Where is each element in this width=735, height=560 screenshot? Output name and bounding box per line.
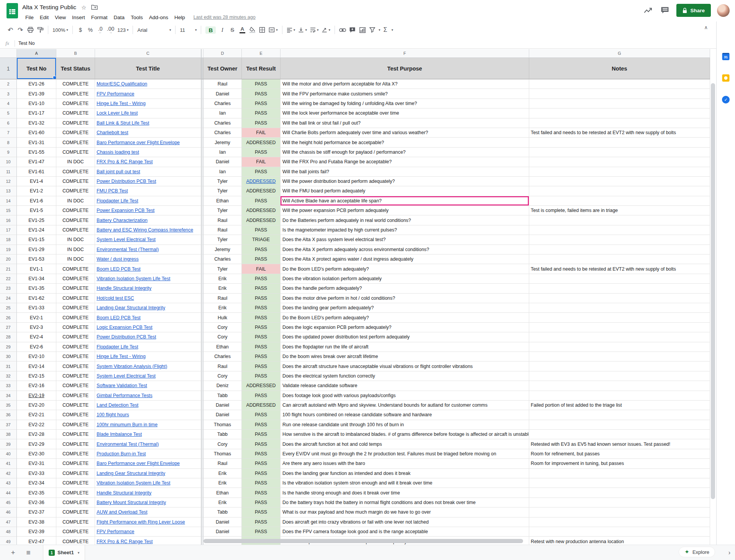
cell-test-status[interactable]: COMPLETE — [56, 177, 95, 186]
undo-button[interactable]: ↶ — [5, 25, 15, 35]
cell-test-status[interactable]: COMPLETE — [56, 430, 95, 439]
expand-side-panel-icon[interactable]: › — [728, 549, 730, 556]
cell-test-result[interactable]: PASS — [242, 99, 281, 108]
cell-test-no[interactable]: EV1-6 — [17, 196, 56, 206]
increase-decimal-button[interactable]: .00→ — [105, 25, 116, 35]
cell-test-no[interactable]: EV1-5 — [17, 206, 56, 215]
bold-button[interactable]: B — [204, 25, 217, 35]
cell-notes[interactable] — [529, 274, 710, 284]
cell-test-purpose[interactable]: Does footage look good with various payl… — [281, 391, 529, 401]
row-number[interactable]: 16 — [0, 215, 17, 225]
cell-test-purpose[interactable]: Validate release candidate software — [281, 381, 529, 391]
cell-test-status[interactable]: COMPLETE — [56, 313, 95, 322]
cell-test-owner[interactable]: Deniz — [203, 381, 242, 391]
cell-test-status[interactable]: COMPLETE — [56, 294, 95, 303]
row-number[interactable]: 18 — [0, 235, 17, 245]
strikethrough-button[interactable]: S — [227, 25, 237, 35]
calendar-icon[interactable]: 31 — [722, 53, 730, 60]
cell-test-title[interactable]: Power Distribution PCB Test — [95, 177, 201, 186]
row-number[interactable]: 26 — [0, 313, 17, 322]
cell-test-purpose[interactable]: Are there any aero issues with the baro — [281, 459, 529, 468]
cell-notes[interactable] — [529, 352, 710, 361]
cell-test-purpose[interactable]: Does the electrical system function corr… — [281, 371, 529, 381]
fill-color-button[interactable] — [247, 25, 257, 35]
cell-test-purpose[interactable]: Does the Alta X pass system level electr… — [281, 235, 529, 245]
keep-icon[interactable] — [722, 74, 730, 82]
cell-test-status[interactable]: IN DOC — [56, 196, 95, 206]
redo-button[interactable]: ↷ — [15, 25, 25, 35]
cell-test-purpose[interactable]: Does the Alta X perform adequately acros… — [281, 245, 529, 255]
cell-test-title[interactable]: System Vibration Analysis (Flight) — [95, 361, 201, 371]
cell-test-result[interactable]: PASS — [242, 79, 281, 89]
cell-test-result[interactable]: FAIL — [242, 264, 281, 274]
cell-test-purpose[interactable]: What is our max payload and how much mar… — [281, 507, 529, 517]
italic-button[interactable]: I — [217, 25, 227, 35]
row-number[interactable]: 46 — [0, 507, 17, 517]
format-percent-button[interactable]: % — [85, 25, 95, 35]
cell-test-title[interactable]: Production Burn-in Test — [95, 449, 201, 459]
test-title-link[interactable]: Lock Lever Life test — [97, 110, 138, 116]
column-header-g[interactable]: G — [529, 49, 710, 58]
cell-test-result[interactable]: PASS — [242, 167, 281, 177]
test-title-link[interactable]: Handle Structural Integrity — [97, 286, 151, 291]
row-number[interactable]: 19 — [0, 245, 17, 255]
decrease-decimal-button[interactable]: .0← — [95, 25, 105, 35]
cell-test-purpose[interactable]: Do the Batteries perform adequately in r… — [281, 215, 529, 225]
cell-test-title[interactable]: FMU PCB Test — [95, 186, 201, 196]
font-size-select[interactable]: 11▾ — [178, 25, 198, 35]
test-title-link[interactable]: Hinge Life Test - Wiring — [97, 101, 146, 106]
cell-notes[interactable] — [529, 469, 710, 478]
cell-test-result[interactable]: PASS — [242, 294, 281, 303]
cell-test-owner[interactable]: Raul — [203, 215, 242, 225]
cell-notes[interactable] — [529, 313, 710, 322]
cell-test-title[interactable]: Landing Gear Structural Integrity — [95, 469, 201, 478]
row-number[interactable]: 21 — [0, 264, 17, 274]
text-wrap-button[interactable]: ▾ — [308, 25, 320, 35]
row-number[interactable]: 12 — [0, 177, 17, 186]
test-title-link[interactable]: Handle Structural Integrity — [97, 490, 151, 496]
cell-test-purpose[interactable]: Is the magnetometer impacted by high cur… — [281, 225, 529, 235]
cell-test-status[interactable]: COMPLETE — [56, 478, 95, 488]
row-number[interactable]: 35 — [0, 401, 17, 410]
row-number[interactable]: 3 — [0, 89, 17, 99]
cell-test-status[interactable]: COMPLETE — [56, 371, 95, 381]
cell-test-owner[interactable]: Charles — [203, 255, 242, 264]
cell-test-result[interactable]: PASS — [242, 449, 281, 459]
cell-test-purpose[interactable]: Can aircraft autoland with Mpro and skyv… — [281, 401, 529, 410]
test-title-link[interactable]: Baro Performance over Flight Envelope — [97, 140, 180, 145]
cell-test-owner[interactable]: Ian — [203, 148, 242, 157]
cell-test-purpose[interactable]: Does the Alta X protect agains water / d… — [281, 255, 529, 264]
cell-test-purpose[interactable]: Does the flopdapter run the life of airc… — [281, 342, 529, 352]
cell-test-purpose[interactable]: Do the battery trays hold the battery in… — [281, 498, 529, 507]
cell-test-title[interactable]: Power Distribution PCB Test — [95, 332, 201, 342]
cell-test-status[interactable]: COMPLETE — [56, 342, 95, 352]
cell-test-purpose[interactable]: 100 flight hours combined on release can… — [281, 410, 529, 420]
cell-test-purpose[interactable]: Does the handle perform adequately? — [281, 284, 529, 293]
column-header-c[interactable]: C — [95, 49, 201, 58]
row-number[interactable]: 41 — [0, 459, 17, 468]
cell-test-status[interactable]: COMPLETE — [56, 410, 95, 420]
row-number[interactable]: 32 — [0, 371, 17, 381]
cell-test-owner[interactable]: Tyler — [203, 235, 242, 245]
cell-test-title[interactable]: FRX Pro & RC Range Test — [95, 157, 201, 167]
cell-test-status[interactable]: COMPLETE — [56, 274, 95, 284]
row-number[interactable]: 44 — [0, 488, 17, 498]
cell-notes[interactable]: Room for refinement, but passes — [529, 449, 710, 459]
cell-notes[interactable] — [529, 148, 710, 157]
test-title-link[interactable]: Flopdapter Life Test — [97, 198, 138, 204]
merge-cells-button[interactable]: ▾ — [267, 25, 279, 35]
cell-test-title[interactable]: Battery and ESC Wiring Compass Interefen… — [95, 225, 201, 235]
cell-test-status[interactable]: COMPLETE — [56, 381, 95, 391]
cell-test-title[interactable]: Flight Performance with Ring Lever Loose — [95, 517, 201, 527]
star-icon[interactable]: ☆ — [81, 5, 86, 10]
cell-test-owner[interactable]: Thomas — [203, 420, 242, 430]
cell-test-result[interactable]: ADDRESSED — [242, 215, 281, 225]
test-title-link[interactable]: Chassis loading test — [97, 149, 139, 155]
cell-test-purpose[interactable]: Will the power distribution board perfor… — [281, 177, 529, 186]
row-number[interactable]: 10 — [0, 157, 17, 167]
cell-test-no[interactable]: EV1-29 — [17, 245, 56, 255]
cell-notes[interactable] — [529, 498, 710, 507]
cell-test-status[interactable]: COMPLETE — [56, 148, 95, 157]
cell-test-owner[interactable]: Jeremy — [203, 138, 242, 147]
cell-test-title[interactable]: Motor/ESC Qualification — [95, 79, 201, 89]
